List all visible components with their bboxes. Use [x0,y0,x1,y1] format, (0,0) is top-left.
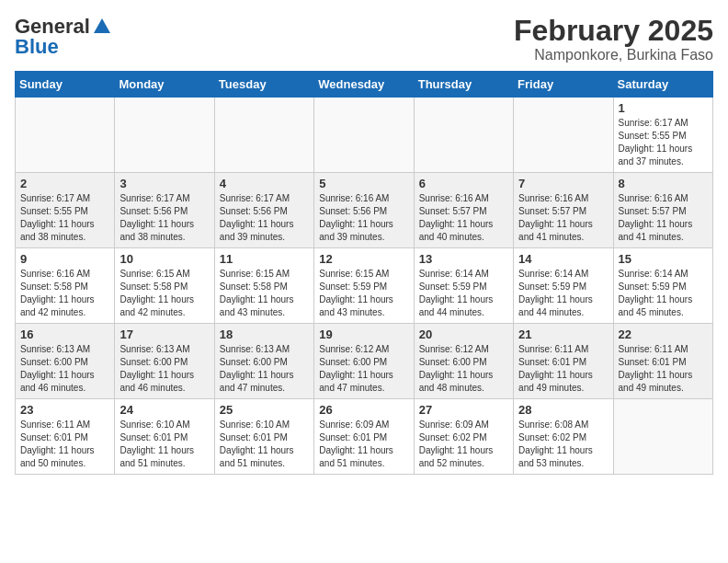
day-detail: Sunrise: 6:11 AM Sunset: 6:01 PM Dayligh… [619,343,708,395]
day-number: 22 [619,327,708,341]
calendar-day-cell [314,98,414,173]
logo-icon [92,17,112,37]
calendar-day-cell: 8Sunrise: 6:16 AM Sunset: 5:57 PM Daylig… [613,173,712,248]
calendar-week-row: 16Sunrise: 6:13 AM Sunset: 6:00 PM Dayli… [16,324,713,399]
calendar-day-cell: 3Sunrise: 6:17 AM Sunset: 5:56 PM Daylig… [115,173,214,248]
weekday-header-saturday: Saturday [613,72,712,98]
day-detail: Sunrise: 6:16 AM Sunset: 5:57 PM Dayligh… [619,192,708,244]
day-number: 8 [619,177,708,190]
weekday-header-row: SundayMondayTuesdayWednesdayThursdayFrid… [16,72,713,98]
calendar-day-cell [16,98,115,173]
calendar-day-cell: 14Sunrise: 6:14 AM Sunset: 5:59 PM Dayli… [514,248,613,324]
day-number: 18 [220,327,309,341]
day-number: 6 [419,177,508,190]
calendar-day-cell: 28Sunrise: 6:08 AM Sunset: 6:02 PM Dayli… [514,399,613,475]
calendar-day-cell: 10Sunrise: 6:15 AM Sunset: 5:58 PM Dayli… [115,248,214,324]
calendar-day-cell: 21Sunrise: 6:11 AM Sunset: 6:01 PM Dayli… [514,324,613,399]
calendar-day-cell [214,98,313,173]
day-number: 20 [419,327,508,341]
calendar-day-cell: 5Sunrise: 6:16 AM Sunset: 5:56 PM Daylig… [314,173,414,248]
calendar-week-row: 23Sunrise: 6:11 AM Sunset: 6:01 PM Dayli… [16,399,713,475]
day-number: 17 [119,327,209,341]
calendar-day-cell: 1Sunrise: 6:17 AM Sunset: 5:55 PM Daylig… [613,98,712,173]
day-number: 9 [20,252,109,266]
location-title: Namponkore, Burkina Faso [514,47,713,63]
day-detail: Sunrise: 6:11 AM Sunset: 6:01 PM Dayligh… [518,343,608,395]
day-number: 26 [319,403,408,417]
calendar-day-cell: 25Sunrise: 6:10 AM Sunset: 6:01 PM Dayli… [214,399,313,475]
day-number: 11 [220,252,309,266]
day-detail: Sunrise: 6:11 AM Sunset: 6:01 PM Dayligh… [20,419,109,470]
day-number: 19 [319,327,408,341]
calendar-day-cell [414,98,513,173]
day-detail: Sunrise: 6:16 AM Sunset: 5:56 PM Dayligh… [319,192,408,244]
calendar-day-cell [514,98,613,173]
day-number: 5 [319,177,408,190]
calendar-day-cell [115,98,214,173]
calendar-day-cell: 19Sunrise: 6:12 AM Sunset: 6:00 PM Dayli… [314,324,414,399]
weekday-header-monday: Monday [115,72,214,98]
day-number: 1 [619,101,708,115]
calendar-day-cell: 7Sunrise: 6:16 AM Sunset: 5:57 PM Daylig… [514,173,613,248]
day-number: 27 [419,403,508,417]
calendar-week-row: 2Sunrise: 6:17 AM Sunset: 5:55 PM Daylig… [16,173,713,248]
day-detail: Sunrise: 6:17 AM Sunset: 5:55 PM Dayligh… [20,192,109,244]
day-number: 21 [518,327,608,341]
day-detail: Sunrise: 6:13 AM Sunset: 6:00 PM Dayligh… [20,343,109,395]
day-detail: Sunrise: 6:17 AM Sunset: 5:56 PM Dayligh… [119,192,209,244]
calendar-day-cell: 22Sunrise: 6:11 AM Sunset: 6:01 PM Dayli… [613,324,712,399]
calendar-week-row: 1Sunrise: 6:17 AM Sunset: 5:55 PM Daylig… [16,98,713,173]
day-detail: Sunrise: 6:12 AM Sunset: 6:00 PM Dayligh… [419,343,508,395]
calendar-day-cell: 27Sunrise: 6:09 AM Sunset: 6:02 PM Dayli… [414,399,513,475]
day-number: 25 [220,403,309,417]
day-number: 28 [518,403,608,417]
day-detail: Sunrise: 6:13 AM Sunset: 6:00 PM Dayligh… [220,343,309,395]
calendar-day-cell [613,399,712,475]
day-number: 3 [119,177,209,190]
day-detail: Sunrise: 6:15 AM Sunset: 5:58 PM Dayligh… [119,268,209,319]
calendar-day-cell: 20Sunrise: 6:12 AM Sunset: 6:00 PM Dayli… [414,324,513,399]
day-number: 7 [518,177,608,190]
calendar-day-cell: 9Sunrise: 6:16 AM Sunset: 5:58 PM Daylig… [16,248,115,324]
weekday-header-sunday: Sunday [16,72,115,98]
day-number: 2 [20,177,109,190]
page-header: General Blue February 2025 Namponkore, B… [15,15,713,63]
day-detail: Sunrise: 6:16 AM Sunset: 5:57 PM Dayligh… [419,192,508,244]
weekday-header-thursday: Thursday [414,72,513,98]
day-detail: Sunrise: 6:17 AM Sunset: 5:55 PM Dayligh… [619,117,708,168]
day-detail: Sunrise: 6:12 AM Sunset: 6:00 PM Dayligh… [319,343,408,395]
day-detail: Sunrise: 6:10 AM Sunset: 6:01 PM Dayligh… [119,419,209,470]
calendar-day-cell: 12Sunrise: 6:15 AM Sunset: 5:59 PM Dayli… [314,248,414,324]
calendar-day-cell: 2Sunrise: 6:17 AM Sunset: 5:55 PM Daylig… [16,173,115,248]
day-number: 15 [619,252,708,266]
day-detail: Sunrise: 6:14 AM Sunset: 5:59 PM Dayligh… [619,268,708,319]
weekday-header-friday: Friday [514,72,613,98]
day-detail: Sunrise: 6:15 AM Sunset: 5:58 PM Dayligh… [220,268,309,319]
month-title: February 2025 [514,15,713,47]
calendar-week-row: 9Sunrise: 6:16 AM Sunset: 5:58 PM Daylig… [16,248,713,324]
calendar-day-cell: 4Sunrise: 6:17 AM Sunset: 5:56 PM Daylig… [214,173,313,248]
day-number: 4 [220,177,309,190]
calendar-day-cell: 13Sunrise: 6:14 AM Sunset: 5:59 PM Dayli… [414,248,513,324]
day-number: 23 [20,403,109,417]
day-detail: Sunrise: 6:14 AM Sunset: 5:59 PM Dayligh… [419,268,508,319]
day-detail: Sunrise: 6:15 AM Sunset: 5:59 PM Dayligh… [319,268,408,319]
calendar-table: SundayMondayTuesdayWednesdayThursdayFrid… [15,71,713,475]
svg-marker-0 [94,18,110,33]
logo: General Blue [15,15,112,59]
calendar-day-cell: 15Sunrise: 6:14 AM Sunset: 5:59 PM Dayli… [613,248,712,324]
calendar-day-cell: 11Sunrise: 6:15 AM Sunset: 5:58 PM Dayli… [214,248,313,324]
day-detail: Sunrise: 6:10 AM Sunset: 6:01 PM Dayligh… [220,419,309,470]
day-detail: Sunrise: 6:08 AM Sunset: 6:02 PM Dayligh… [518,419,608,470]
calendar-day-cell: 24Sunrise: 6:10 AM Sunset: 6:01 PM Dayli… [115,399,214,475]
day-number: 12 [319,252,408,266]
day-number: 24 [119,403,209,417]
calendar-day-cell: 16Sunrise: 6:13 AM Sunset: 6:00 PM Dayli… [16,324,115,399]
title-block: February 2025 Namponkore, Burkina Faso [514,15,713,63]
day-detail: Sunrise: 6:13 AM Sunset: 6:00 PM Dayligh… [119,343,209,395]
calendar-day-cell: 26Sunrise: 6:09 AM Sunset: 6:01 PM Dayli… [314,399,414,475]
day-number: 10 [119,252,209,266]
logo-blue: Blue [15,35,59,59]
day-detail: Sunrise: 6:16 AM Sunset: 5:57 PM Dayligh… [518,192,608,244]
day-detail: Sunrise: 6:09 AM Sunset: 6:02 PM Dayligh… [419,419,508,470]
